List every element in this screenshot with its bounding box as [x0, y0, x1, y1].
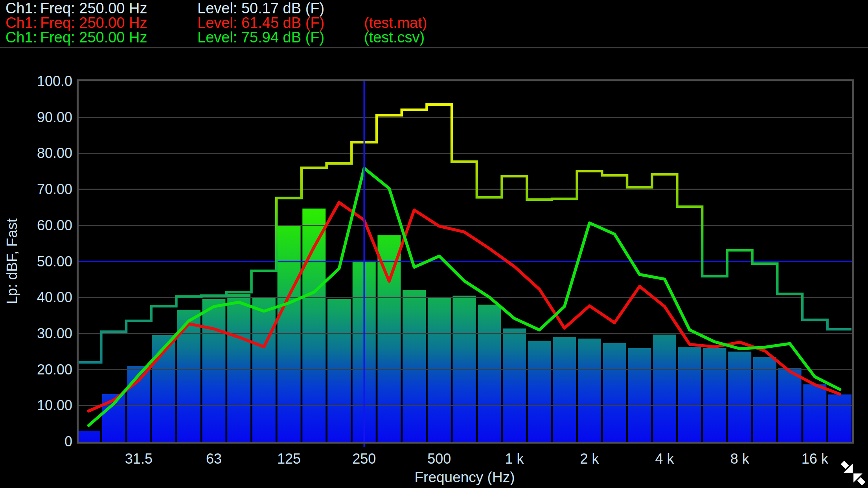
level-readout: Level: 50.17 dB (F) — [197, 1, 364, 16]
header-divider — [0, 47, 868, 48]
freq-readout: Freq: 250.00 Hz — [40, 16, 147, 30]
readout-row-live: Ch1:Freq: 250.00 Hz Level: 50.17 dB (F) — [6, 1, 862, 16]
channel-label: Ch1: — [6, 30, 40, 45]
y-tick-label: 100.0 — [2, 74, 72, 88]
x-tick-label: 1 k — [481, 451, 548, 467]
y-tick-label: 0 — [2, 435, 72, 449]
spectrum-bar — [77, 431, 100, 442]
spectrum-bar — [478, 305, 501, 442]
spectrum-bar — [453, 296, 476, 442]
rta-spectrum-plot[interactable] — [77, 79, 854, 449]
spectrum-bar — [703, 348, 726, 442]
spectrum-bar — [403, 290, 426, 442]
spectrum-bar — [528, 341, 551, 442]
freq-readout: Freq: 250.00 Hz — [40, 1, 147, 16]
channel-readouts: Ch1:Freq: 250.00 Hz Level: 50.17 dB (F) … — [6, 1, 862, 45]
spectrum-bar — [127, 366, 150, 442]
spectrum-bar — [653, 335, 676, 442]
spectrum-bar — [628, 348, 651, 442]
x-tick-label: 4 k — [631, 451, 698, 467]
x-tick-label: 63 — [180, 451, 247, 467]
spectrum-bar — [327, 299, 351, 442]
y-tick-label: 40.00 — [2, 290, 72, 305]
spectrum-bar — [778, 368, 802, 442]
x-tick-label: 31.5 — [105, 451, 172, 467]
spectrum-bar — [578, 339, 601, 442]
y-tick-label: 90.00 — [2, 110, 72, 125]
spectrum-bar — [227, 294, 250, 442]
spectrum-bar — [828, 394, 851, 442]
freq-readout: Freq: 250.00 Hz — [40, 30, 147, 45]
channel-label: Ch1: — [6, 1, 40, 16]
x-tick-label: 16 k — [782, 451, 848, 467]
file-label: (test.csv) — [364, 30, 425, 45]
spectrum-bar — [377, 235, 401, 442]
x-tick-label: 8 k — [706, 451, 773, 467]
readout-row-mat: Ch1:Freq: 250.00 Hz Level: 61.45 dB (F) … — [6, 16, 862, 30]
spectrum-bar — [603, 343, 626, 442]
file-label: (test.mat) — [364, 16, 427, 30]
collapse-arrows-icon[interactable] — [839, 459, 867, 487]
y-tick-label: 10.00 — [2, 398, 72, 413]
spectrum-bar — [202, 299, 226, 442]
spectrum-bar — [728, 352, 751, 442]
spectrum-bar — [553, 337, 576, 442]
y-tick-label: 60.00 — [2, 218, 72, 233]
channel-label: Ch1: — [6, 16, 40, 30]
spectrum-bar — [302, 209, 326, 442]
x-tick-label: 125 — [256, 451, 322, 467]
x-tick-label: 2 k — [556, 451, 623, 467]
spectrum-bar — [503, 328, 526, 442]
y-tick-label: 50.00 — [2, 255, 72, 269]
y-tick-label: 30.00 — [2, 327, 72, 341]
readout-row-csv: Ch1:Freq: 250.00 Hz Level: 75.94 dB (F) … — [6, 30, 862, 45]
spectrum-bar — [803, 384, 826, 442]
y-tick-label: 20.00 — [2, 363, 72, 377]
y-tick-label: 80.00 — [2, 146, 72, 160]
level-readout: Level: 75.94 dB (F) — [197, 30, 364, 45]
level-readout: Level: 61.45 dB (F) — [197, 16, 364, 30]
spl-analyzer-screen: Ch1:Freq: 250.00 Hz Level: 50.17 dB (F) … — [0, 0, 868, 488]
spectrum-bar — [678, 347, 701, 442]
x-tick-label: 250 — [331, 451, 397, 467]
x-tick-label: 500 — [406, 451, 473, 467]
x-axis-title: Frequency (Hz) — [347, 469, 583, 486]
y-tick-label: 70.00 — [2, 182, 72, 196]
